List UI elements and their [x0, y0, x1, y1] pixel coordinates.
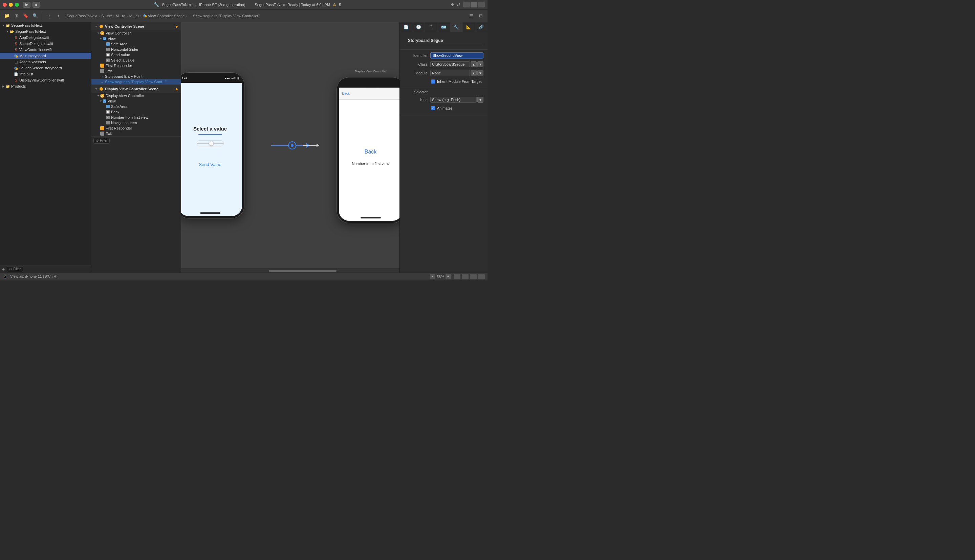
- module-dropdown[interactable]: None: [430, 70, 470, 76]
- module-dropdown-arrow2[interactable]: ▼: [477, 70, 483, 76]
- grid-icon[interactable]: ⊞: [12, 12, 20, 20]
- canvas-storyboard-area[interactable]: 9:41 ●●● WiFi ▮ Select a value: [181, 22, 400, 268]
- inherit-checkbox[interactable]: [431, 80, 435, 83]
- iphone2-back-btn[interactable]: Back: [342, 92, 350, 95]
- canvas-size-icon[interactable]: [478, 274, 485, 279]
- scene-numberlabel-item[interactable]: ▶ L Number from first view: [91, 115, 181, 120]
- breadcrumb-item-2[interactable]: S...ext: [101, 14, 112, 18]
- scene-filter-input[interactable]: ⊙ Filter: [94, 138, 110, 144]
- scene-sendvalue-item[interactable]: ▶ B Send Value: [91, 52, 181, 57]
- sendvalue-icon: B: [106, 53, 110, 57]
- breadcrumb-item-3[interactable]: M...rd: [116, 14, 125, 18]
- tree-item-products[interactable]: ▶ 📁 Products: [0, 83, 91, 89]
- insp-tab-size[interactable]: 📐: [463, 22, 475, 32]
- vc-scene-header[interactable]: ▼ View Controller Scene ●: [91, 22, 181, 30]
- tree-item-project[interactable]: ▼ 📁 SeguePassToNext: [0, 22, 91, 28]
- zoom-in-button[interactable]: +: [445, 274, 451, 279]
- breadcrumb-item-5[interactable]: 🎭 View Controller Scene: [143, 14, 185, 18]
- add-button[interactable]: +: [451, 2, 454, 8]
- breadcrumb-item-1[interactable]: SeguePassToNext: [67, 14, 97, 18]
- scene-safearea-item[interactable]: ▶ Safe Area: [91, 41, 181, 47]
- display-scene-settings-icon[interactable]: ●: [176, 86, 178, 92]
- kind-dropdown-arrow[interactable]: ▼: [477, 97, 483, 103]
- display-vc-scene-header[interactable]: ▼ Display View Controller Scene ●: [91, 85, 181, 93]
- iphone2-back-large[interactable]: Back: [365, 149, 377, 155]
- stop-button[interactable]: ■: [32, 2, 40, 8]
- scene-displayvc-item[interactable]: ▼ VC Display View Controller: [91, 93, 181, 98]
- scene-displayview-item[interactable]: ▼ □ View: [91, 98, 181, 104]
- vc-scene-dot: [100, 25, 103, 28]
- insp-tab-attributes[interactable]: 🔧: [450, 22, 463, 32]
- exit2-label: Exit: [105, 132, 112, 136]
- run-button[interactable]: ▶: [23, 2, 30, 8]
- identifier-input[interactable]: [430, 52, 483, 58]
- tree-item-viewcontroller[interactable]: ▶ S ViewController.swift: [0, 47, 91, 53]
- fr2-label: First Responder: [105, 126, 132, 130]
- scene-firstresponder2-item[interactable]: ▶ First Responder: [91, 125, 181, 131]
- folder-nav-icon[interactable]: 📁: [3, 12, 11, 20]
- scene-selectvalue-item[interactable]: ▶ L Select a value: [91, 57, 181, 63]
- tree-item-assets[interactable]: ▶ ◫ Assets.xcassets: [0, 59, 91, 65]
- tree-item-mainstoryboard[interactable]: ▶ 🎭 Main.storyboard: [0, 53, 91, 59]
- insp-tab-identity[interactable]: 🪪: [437, 22, 450, 32]
- canvas-scrollbar[interactable]: [181, 268, 400, 273]
- forward-nav-icon[interactable]: ›: [55, 12, 63, 20]
- scene-vc-item[interactable]: ▼ VC View Controller: [91, 30, 181, 36]
- zoom-to-fit-icon[interactable]: [470, 274, 477, 279]
- scroll-thumb[interactable]: [269, 270, 336, 272]
- file-nav-filter-bar: + ⊙ Filter: [0, 265, 91, 273]
- navigator-layout-icon[interactable]: [463, 2, 470, 7]
- bookmark-icon[interactable]: 🔖: [22, 12, 30, 20]
- minimize-button[interactable]: [9, 3, 13, 7]
- class-dropdown-arrow[interactable]: ▲: [471, 61, 477, 67]
- editor-layout-icon[interactable]: [471, 2, 477, 7]
- inspector-toggle-icon[interactable]: ⊟: [477, 12, 485, 20]
- insp-tab-help[interactable]: ?: [425, 22, 437, 32]
- search-nav-icon[interactable]: 🔍: [31, 12, 39, 20]
- inspector-toolbar: 📄 🕐 ? 🪪 🔧 📐 🔗: [400, 22, 487, 32]
- tree-item-launchscreen[interactable]: ▶ 🎭 LaunchScreen.storyboard: [0, 65, 91, 71]
- zoom-out-button[interactable]: −: [430, 274, 435, 279]
- list-icon[interactable]: ☰: [467, 12, 475, 20]
- breadcrumb-item-4[interactable]: M...e): [129, 14, 139, 18]
- breadcrumb-item-6[interactable]: → Show segue to "Display View Controller…: [189, 14, 260, 18]
- insp-tab-connections[interactable]: 🔗: [475, 22, 487, 32]
- class-dropdown[interactable]: UIStoryboardSegue: [430, 61, 470, 67]
- kind-dropdown[interactable]: Show (e.g. Push): [430, 97, 477, 103]
- plus-icon[interactable]: +: [2, 267, 5, 272]
- tree-item-displayvc[interactable]: ▶ S DisplayViewController.swift: [0, 77, 91, 83]
- class-dropdown-arrow2[interactable]: ▼: [477, 61, 483, 67]
- insp-tab-file[interactable]: 📄: [400, 22, 412, 32]
- iphone1-send-btn[interactable]: Send Value: [199, 162, 221, 167]
- back-label: Back: [111, 110, 119, 114]
- breadcrumb-sep-4: ›: [140, 14, 142, 18]
- insp-tab-history[interactable]: 🕐: [412, 22, 425, 32]
- scene-exit2-item[interactable]: ▶ Exit: [91, 131, 181, 136]
- scene-view-item[interactable]: ▼ □ View: [91, 36, 181, 41]
- autolayout-icon[interactable]: [462, 274, 468, 279]
- scene-exit1-item[interactable]: ▶ Exit: [91, 68, 181, 74]
- iphone1-slider[interactable]: [197, 140, 224, 147]
- scene-slider-item[interactable]: ▶ Horizontal Slider: [91, 47, 181, 52]
- vc-scene-settings-icon[interactable]: ●: [176, 24, 178, 29]
- scene-entry-item[interactable]: ▶ → Storyboard Entry Point: [91, 74, 181, 79]
- fit-canvas-icon[interactable]: [454, 274, 460, 279]
- scene-safearea2-item[interactable]: ▶ Safe Area: [91, 104, 181, 109]
- animates-checkbox[interactable]: ✓: [431, 106, 435, 110]
- filter-input[interactable]: ⊙ Filter: [7, 266, 23, 272]
- scene-firstresponder1-item[interactable]: ▶ First Responder: [91, 63, 181, 68]
- scene-segue-item[interactable]: ▶ → Show segue to "Display View Cont...": [91, 79, 181, 85]
- fullscreen-button[interactable]: [15, 3, 19, 7]
- close-button[interactable]: [3, 3, 7, 7]
- tree-item-appdelegate[interactable]: ▶ S AppDelegate.swift: [0, 35, 91, 41]
- scene-navitem-item[interactable]: ▶ Navigation Item: [91, 120, 181, 125]
- inspector-layout-icon[interactable]: [478, 2, 485, 7]
- tree-item-infoplist[interactable]: ▶ 📄 Info.plist: [0, 71, 91, 77]
- back-nav-icon[interactable]: ‹: [45, 12, 53, 20]
- tree-item-seguepass-folder[interactable]: ▼ 📂 SeguePassToNext: [0, 28, 91, 35]
- back-forward-icon[interactable]: ⇄: [457, 2, 460, 7]
- module-dropdown-arrow[interactable]: ▲: [471, 70, 477, 76]
- scene-back-item[interactable]: ▶ B Back: [91, 109, 181, 115]
- tree-item-scenedelegate[interactable]: ▶ S SceneDelegate.swift: [0, 41, 91, 47]
- iphone1-title: Select a value: [193, 126, 227, 132]
